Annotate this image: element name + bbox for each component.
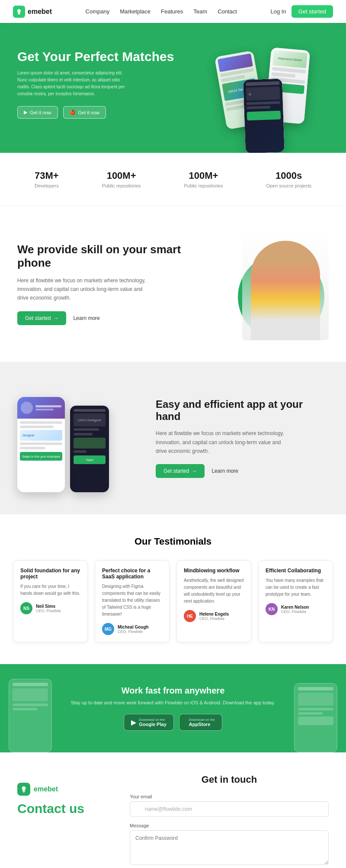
- navigation: emebet Company Marketplace Features Team…: [0, 0, 346, 23]
- reviewer-info-3: Karen Nelson CEO, Flowbite: [281, 605, 309, 614]
- testimonial-card-0: Solid foundation for any project If you …: [13, 560, 88, 642]
- stat-label-1: Public repositories: [102, 183, 141, 188]
- app-phones: Designer Swipe to hire your employee UI/…: [17, 384, 138, 492]
- testimonial-title-1: Perfect choice for a SaaS application: [102, 568, 162, 580]
- app-section: Designer Swipe to hire your employee UI/…: [0, 362, 346, 514]
- appstore-sub: Download on the: [189, 718, 215, 722]
- stat-num-3: 1000s: [266, 170, 311, 181]
- ios-btn-label: Get it now: [78, 110, 100, 115]
- testimonial-text-2: Aesthetically, the well designed compone…: [184, 577, 244, 605]
- app-arrow-icon: →: [192, 468, 197, 474]
- hero-section: Get Your Perfect Matches Lorem ipsum dol…: [0, 23, 346, 153]
- reviewer-avatar-0: NS: [20, 602, 32, 614]
- app-phone-small: UI/Ux Designer Tuker: [70, 406, 109, 492]
- reviewer-0: NS Neil Sims CEO, Flowbite: [20, 602, 80, 614]
- contact-logo: emebet: [17, 783, 112, 796]
- nav-links: Company Marketplace Features Team Contac…: [86, 8, 237, 15]
- login-button[interactable]: Log In: [271, 8, 286, 15]
- app-title: Easy and efficient app at your hand: [156, 398, 329, 423]
- stat-projects: 1000s Open source projects: [266, 170, 311, 188]
- message-label: Message: [130, 823, 329, 828]
- testimonial-grid: Solid foundation for any project If you …: [13, 560, 333, 642]
- hero-text: Get Your Perfect Matches Lorem ipsum dol…: [17, 45, 189, 119]
- app-text: Easy and efficient app at your hand Here…: [156, 398, 329, 478]
- stat-developers: 73M+ Developers: [35, 170, 59, 188]
- skill-title: We provide skill on your smart phone: [17, 243, 216, 270]
- get-in-touch-title: Get in touch: [130, 774, 329, 785]
- reviewer-role-0: CEO, Flowbite: [36, 609, 61, 613]
- contact-section: emebet Contact us Get in touch Your emai…: [0, 752, 346, 868]
- app-started-label: Get started: [163, 468, 189, 474]
- testimonial-card-1: Perfect choice for a SaaS application De…: [95, 560, 170, 642]
- stat-repos-2: 100M+ Public repositories: [184, 170, 223, 188]
- svg-rect-1: [18, 14, 20, 15]
- app-description: Here at flowbite we focus on markets whe…: [156, 429, 285, 455]
- testimonial-title-3: Efficient Collaborating: [266, 568, 326, 574]
- reviewer-info-1: Micheal Gough CEO, Flowbite: [118, 625, 149, 634]
- contact-us-title: Contact us: [17, 801, 112, 816]
- nav-team[interactable]: Team: [193, 8, 207, 15]
- google-play-main: Google Play: [139, 722, 167, 727]
- promo-left-phone: [9, 679, 52, 752]
- reviewer-name-0: Neil Sims: [36, 604, 61, 609]
- stat-num-0: 73M+: [35, 170, 59, 181]
- reviewer-1: MG Micheal Gough CEO, Flowbite: [102, 623, 162, 635]
- app-buttons: Get started → Learn more: [156, 464, 329, 478]
- nav-contact[interactable]: Contact: [218, 8, 237, 15]
- reviewer-info-0: Neil Sims CEO, Flowbite: [36, 604, 61, 613]
- android-icon: ▶: [24, 110, 27, 115]
- app-started-button[interactable]: Get started →: [156, 464, 205, 478]
- reviewer-info-2: Helene Engels CEO, Flowbite: [199, 612, 229, 621]
- testimonials-section: Our Testimonials Solid foundation for an…: [0, 514, 346, 664]
- reviewer-2: HE Helene Engels CEO, Flowbite: [184, 610, 244, 622]
- arrow-right-icon: →: [53, 315, 58, 321]
- contact-left: emebet Contact us: [17, 774, 112, 868]
- testimonial-text-1: Designing with Figma components that can…: [102, 583, 162, 618]
- skill-learn-button[interactable]: Learn more: [73, 315, 99, 321]
- skill-started-label: Get started: [25, 315, 51, 321]
- stat-label-2: Public repositories: [184, 183, 223, 188]
- appstore-button[interactable]: Download on the AppStore: [179, 714, 222, 731]
- stat-label-0: Developers: [35, 183, 59, 188]
- hero-description: Lorem ipsum dolor sit amet, consectetur …: [17, 70, 130, 97]
- app-phone-big: Designer Swipe to hire your employee: [17, 397, 65, 492]
- ios-download-button[interactable]: 🍎 Get it now: [63, 106, 106, 119]
- app-learn-button[interactable]: Learn more: [211, 468, 238, 474]
- skill-started-button[interactable]: Get started →: [17, 311, 66, 325]
- promo-right-phone: [294, 683, 337, 752]
- testimonial-card-2: Mindblowing workflow Aesthetically, the …: [176, 560, 251, 642]
- stat-num-1: 100M+: [102, 170, 141, 181]
- skill-section: We provide skill on your smart phone Her…: [0, 206, 346, 362]
- contact-right: Get in touch Your email ✉ Message We'll …: [130, 774, 329, 868]
- logo: emebet: [13, 6, 52, 18]
- email-label: Your email: [130, 794, 329, 799]
- nav-features[interactable]: Features: [161, 8, 183, 15]
- hero-phones: UI/UX Designer Halymariot Abebe: [189, 45, 329, 153]
- nav-company[interactable]: Company: [86, 8, 110, 15]
- skill-person-image: [242, 232, 329, 340]
- reviewer-avatar-1: MG: [102, 623, 114, 635]
- reviewer-name-1: Micheal Gough: [118, 625, 149, 629]
- reviewer-name-2: Helene Engels: [199, 612, 229, 616]
- promo-phone-mock-left: [9, 679, 52, 752]
- person-silhouette: [251, 241, 320, 340]
- skill-image: [234, 228, 329, 340]
- stat-num-2: 100M+: [184, 170, 223, 181]
- promo-title: Work fast from anywhere: [71, 686, 275, 696]
- android-download-button[interactable]: ▶ Get it now: [17, 106, 58, 119]
- contact-logo-icon: [17, 783, 30, 796]
- google-play-icon: ▶: [131, 718, 136, 726]
- get-started-button[interactable]: Get started: [292, 5, 333, 18]
- reviewer-avatar-2: HE: [184, 610, 196, 622]
- google-play-button[interactable]: ▶ Download on the Google Play: [124, 714, 174, 731]
- nav-marketplace[interactable]: Marketplace: [120, 8, 151, 15]
- android-btn-label: Get it now: [30, 110, 51, 115]
- message-textarea[interactable]: [130, 830, 329, 865]
- svg-rect-2: [22, 791, 26, 791]
- logo-text: emebet: [28, 8, 52, 16]
- promo-phone-mock-right: [294, 683, 337, 752]
- skill-buttons: Get started → Learn more: [17, 311, 216, 325]
- email-input[interactable]: [130, 801, 329, 817]
- testimonial-card-3: Efficient Collaborating You have many ex…: [258, 560, 333, 642]
- testimonial-text-3: You have many examples that can be used …: [266, 577, 326, 598]
